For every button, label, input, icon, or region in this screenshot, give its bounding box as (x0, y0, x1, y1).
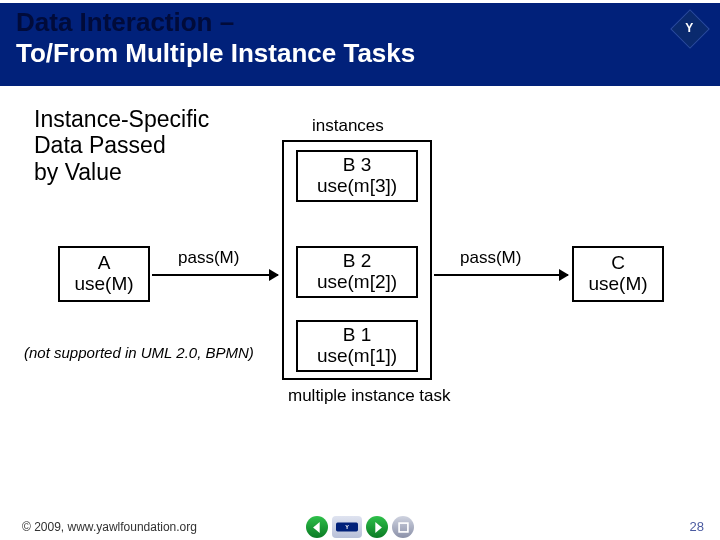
fullscreen-icon (398, 522, 409, 533)
task-b3: B 3 use(m[3]) (296, 150, 418, 202)
slide-title: Data Interaction – To/From Multiple Inst… (16, 7, 415, 69)
task-b2-use: use(m[2]) (317, 272, 397, 293)
arrow-b-to-c (434, 274, 568, 276)
support-note: (not supported in UML 2.0, BPMN) (24, 344, 254, 361)
copyright: © 2009, www.yawlfoundation.org (22, 520, 197, 534)
logo-glyph: Y (685, 21, 693, 35)
task-b2: B 2 use(m[2]) (296, 246, 418, 298)
task-a-name: A (98, 253, 111, 274)
pass-label-1: pass(M) (178, 248, 239, 268)
arrow-a-to-b (152, 274, 278, 276)
task-b1: B 1 use(m[1]) (296, 320, 418, 372)
task-b1-name: B 1 (343, 325, 372, 346)
prev-button[interactable] (306, 516, 328, 538)
task-b3-name: B 3 (343, 155, 372, 176)
fullscreen-button[interactable] (392, 516, 414, 538)
slide: Data Interaction – To/From Multiple Inst… (0, 0, 720, 540)
task-a: A use(M) (58, 246, 150, 302)
task-c-name: C (611, 253, 625, 274)
svg-rect-4 (399, 523, 408, 532)
task-c-use: use(M) (588, 274, 647, 295)
task-b2-name: B 2 (343, 251, 372, 272)
subtitle-line-2: Data Passed (34, 132, 264, 158)
page-number: 28 (690, 519, 704, 534)
footer: © 2009, www.yawlfoundation.org Y 28 (0, 510, 720, 540)
title-line-2: To/From Multiple Instance Tasks (16, 38, 415, 69)
task-c: C use(M) (572, 246, 664, 302)
task-b3-use: use(m[3]) (317, 176, 397, 197)
content-area: Instance-Specific Data Passed by Value i… (0, 92, 720, 504)
subtitle-line-1: Instance-Specific (34, 106, 264, 132)
chevron-right-icon (372, 522, 383, 533)
yawl-logo-icon: Y (670, 9, 710, 49)
subtitle-line-3: by Value (34, 159, 264, 185)
svg-marker-3 (375, 522, 382, 533)
next-button[interactable] (366, 516, 388, 538)
instances-label: instances (312, 116, 384, 136)
mit-label: multiple instance task (288, 386, 451, 406)
svg-marker-0 (313, 522, 320, 533)
title-line-1: Data Interaction – (16, 7, 415, 38)
chevron-left-icon (312, 522, 323, 533)
subtitle: Instance-Specific Data Passed by Value (34, 106, 264, 185)
title-band: Data Interaction – To/From Multiple Inst… (0, 0, 720, 86)
media-controls: Y (306, 516, 414, 538)
svg-text:Y: Y (345, 524, 349, 530)
task-b1-use: use(m[1]) (317, 346, 397, 367)
yawl-mini-logo-icon: Y (332, 516, 362, 538)
pass-label-2: pass(M) (460, 248, 521, 268)
task-a-use: use(M) (74, 274, 133, 295)
